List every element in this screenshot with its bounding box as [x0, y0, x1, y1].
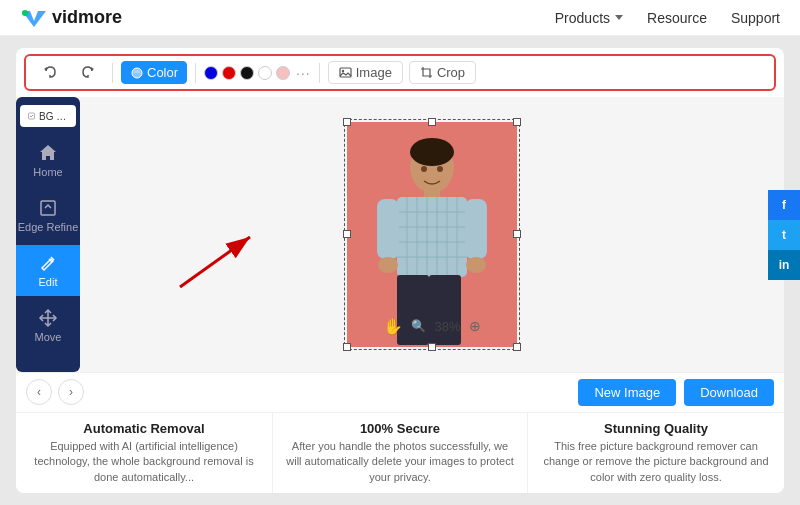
- pan-icon[interactable]: ✋: [383, 317, 403, 336]
- svg-point-27: [421, 166, 427, 172]
- redo-button[interactable]: [72, 62, 104, 84]
- handle-tl[interactable]: [343, 118, 351, 126]
- new-image-button[interactable]: New Image: [578, 379, 676, 406]
- twitter-button[interactable]: t: [768, 220, 800, 250]
- svg-point-23: [378, 257, 398, 273]
- social-bar: f t in: [768, 190, 800, 280]
- handle-tr[interactable]: [513, 118, 521, 126]
- color-swatch-black[interactable]: [240, 66, 254, 80]
- nav-support[interactable]: Support: [731, 10, 780, 26]
- arrow-annotation: [160, 207, 280, 307]
- zoom-minus-icon[interactable]: 🔍: [411, 319, 426, 333]
- svg-point-0: [22, 10, 28, 16]
- next-button[interactable]: ›: [58, 379, 84, 405]
- home-icon: [38, 143, 58, 163]
- canvas-area: ✋ 🔍 38% ⊕: [80, 97, 784, 372]
- edit-icon: [38, 253, 58, 273]
- person-silhouette: [367, 137, 497, 347]
- main-content: Color ··· Image Crop: [0, 36, 800, 505]
- redo-icon: [81, 66, 95, 80]
- facebook-button[interactable]: f: [768, 190, 800, 220]
- svg-point-28: [437, 166, 443, 172]
- feature-automatic: Automatic Removal Equipped with AI (arti…: [16, 412, 272, 493]
- svg-point-8: [410, 138, 454, 166]
- download-button[interactable]: Download: [684, 379, 774, 406]
- bg-remover-icon: [28, 109, 35, 123]
- color-swatches: [204, 66, 290, 80]
- bg-remover-label: BG Remover: [20, 105, 76, 127]
- nav-arrows: ‹ ›: [26, 379, 84, 405]
- sidebar-item-edge-refine[interactable]: Edge Refine: [16, 190, 80, 241]
- image-container: [347, 122, 517, 347]
- nav-resource[interactable]: Resource: [647, 10, 707, 26]
- features-row: Automatic Removal Equipped with AI (arti…: [16, 412, 784, 493]
- zoom-level-text: 38%: [434, 319, 460, 334]
- prev-button[interactable]: ‹: [26, 379, 52, 405]
- color-swatch-red[interactable]: [222, 66, 236, 80]
- logo-icon: [20, 7, 48, 29]
- color-icon: [130, 66, 144, 80]
- crop-button[interactable]: Crop: [409, 61, 476, 84]
- feature-quality: Stunning Quality This free picture backg…: [528, 412, 784, 493]
- handle-mr[interactable]: [513, 230, 521, 238]
- more-colors-button[interactable]: ···: [296, 65, 311, 81]
- sidebar: BG Remover Home Edge Refine Edit: [16, 97, 80, 372]
- chevron-down-icon: [615, 15, 623, 20]
- svg-rect-2: [340, 68, 351, 77]
- edge-icon: [38, 198, 58, 218]
- undo-button[interactable]: [34, 62, 66, 84]
- image-button[interactable]: Image: [328, 61, 403, 84]
- color-swatch-blue[interactable]: [204, 66, 218, 80]
- toolbar: Color ··· Image Crop: [24, 54, 776, 91]
- zoom-plus-icon[interactable]: ⊕: [469, 318, 481, 334]
- handle-tm[interactable]: [428, 118, 436, 126]
- color-swatch-white[interactable]: [258, 66, 272, 80]
- divider-3: [319, 63, 320, 83]
- handle-bm[interactable]: [428, 343, 436, 351]
- sidebar-item-edit[interactable]: Edit: [16, 245, 80, 296]
- svg-point-3: [342, 70, 344, 72]
- divider-1: [112, 63, 113, 83]
- handle-br[interactable]: [513, 343, 521, 351]
- handle-ml[interactable]: [343, 230, 351, 238]
- crop-icon: [420, 66, 433, 79]
- undo-icon: [43, 66, 57, 80]
- handle-bl[interactable]: [343, 343, 351, 351]
- svg-rect-5: [41, 201, 55, 215]
- nav-products[interactable]: Products: [555, 10, 623, 26]
- header: vidmore Products Resource Support: [0, 0, 800, 36]
- linkedin-button[interactable]: in: [768, 250, 800, 280]
- header-nav: Products Resource Support: [555, 10, 780, 26]
- svg-rect-21: [377, 199, 399, 259]
- image-bg: [347, 122, 517, 347]
- zoom-controls: ✋ 🔍 38% ⊕: [383, 317, 480, 336]
- svg-rect-4: [29, 113, 35, 119]
- svg-point-24: [466, 257, 486, 273]
- bottom-buttons: ‹ › New Image Download: [16, 372, 784, 412]
- action-buttons: New Image Download: [578, 379, 774, 406]
- feature-secure: 100% Secure After you handle the photos …: [272, 412, 528, 493]
- logo-text: vidmore: [52, 7, 122, 28]
- color-button[interactable]: Color: [121, 61, 187, 84]
- image-icon: [339, 66, 352, 79]
- workspace: BG Remover Home Edge Refine Edit: [16, 97, 784, 372]
- sidebar-item-move[interactable]: Move: [16, 300, 80, 351]
- logo[interactable]: vidmore: [20, 7, 122, 29]
- tool-panel: Color ··· Image Crop: [16, 48, 784, 493]
- divider-2: [195, 63, 196, 83]
- sidebar-item-home[interactable]: Home: [16, 135, 80, 186]
- move-icon: [38, 308, 58, 328]
- color-swatch-pink[interactable]: [276, 66, 290, 80]
- svg-rect-22: [465, 199, 487, 259]
